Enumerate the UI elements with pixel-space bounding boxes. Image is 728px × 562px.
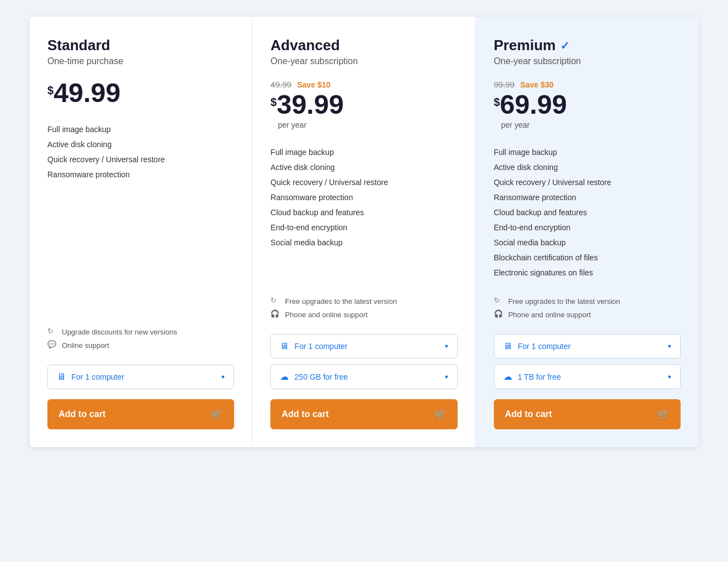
support-item: ↻ Upgrade discounts for new versions [47, 327, 234, 337]
features-list-standard: Full image backupActive disk cloningQuic… [47, 122, 234, 311]
plan-premium: Premium✓One-year subscription 99.99 Save… [476, 17, 698, 447]
chevron-down-icon: ▾ [668, 373, 671, 381]
feature-item: Blockchain certification of files [494, 250, 681, 265]
refresh-icon: ↻ [47, 327, 57, 337]
support-item: 🎧 Phone and online support [494, 309, 681, 319]
feature-item: Ransomware protection [270, 190, 457, 205]
price-amount: 39.99 [276, 91, 343, 118]
support-section-standard: ↻ Upgrade discounts for new versions 💬 O… [47, 327, 234, 353]
dropdown-monitor[interactable]: 🖥 For 1 computer ▾ [494, 334, 681, 358]
feature-item: End-to-end encryption [270, 220, 457, 235]
add-to-cart-label: Add to cart [282, 409, 328, 419]
support-text: Free upgrades to the latest version [285, 297, 397, 306]
cloud-icon: ☁ [280, 371, 289, 382]
cloud-icon: ☁ [503, 371, 512, 382]
monitor-icon: 🖥 [280, 341, 289, 351]
original-price-row: 99.99 Save $30 [494, 80, 681, 89]
price-section-advanced: 49.99 Save $10 $ 39.99 per year [270, 80, 457, 129]
feature-item: Social media backup [494, 235, 681, 250]
features-list-premium: Full image backupActive disk cloningQuic… [494, 145, 681, 280]
support-item: ↻ Free upgrades to the latest version [494, 296, 681, 306]
cart-icon: 🛒 [434, 408, 446, 420]
price-section-premium: 99.99 Save $30 $ 69.99 per year [494, 80, 681, 129]
refresh-icon: ↻ [270, 296, 280, 306]
refresh-icon: ↻ [494, 296, 504, 306]
chevron-down-icon: ▾ [668, 342, 671, 350]
dropdown-label: For 1 computer [518, 342, 662, 351]
dropdown-monitor[interactable]: 🖥 For 1 computer ▾ [270, 334, 457, 358]
plan-advanced: AdvancedOne-year subscription 49.99 Save… [253, 17, 475, 447]
original-price: 49.99 [270, 80, 292, 89]
original-price: 99.99 [494, 80, 515, 89]
support-section-premium: ↻ Free upgrades to the latest version 🎧 … [494, 296, 681, 323]
support-item: ↻ Free upgrades to the latest version [270, 296, 457, 306]
support-item: 🎧 Phone and online support [270, 309, 457, 319]
dropdown-monitor[interactable]: 🖥 For 1 computer ▾ [47, 365, 234, 389]
plan-standard: StandardOne-time purchase $ 49.99 Full i… [30, 17, 253, 447]
dropdown-label: 1 TB for free [518, 372, 662, 381]
add-to-cart-button-standard[interactable]: Add to cart 🛒 [47, 399, 234, 429]
price-amount: 69.99 [500, 91, 567, 118]
currency-symbol: $ [47, 84, 54, 97]
monitor-icon: 🖥 [57, 372, 66, 382]
headset-icon: 🎧 [270, 309, 280, 319]
support-text: Online support [62, 341, 109, 350]
feature-item: Ransomware protection [47, 167, 234, 182]
support-text: Upgrade discounts for new versions [62, 328, 177, 336]
dropdown-cloud[interactable]: ☁ 1 TB for free ▾ [494, 364, 681, 389]
feature-item: Electronic signatures on files [494, 265, 681, 280]
feature-item: Quick recovery / Universal restore [47, 152, 234, 167]
plan-subtitle-advanced: One-year subscription [270, 56, 457, 66]
currency-symbol: $ [270, 96, 276, 109]
pricing-table: StandardOne-time purchase $ 49.99 Full i… [30, 17, 698, 447]
feature-item: Full image backup [494, 145, 681, 160]
feature-item: Quick recovery / Universal restore [494, 175, 681, 190]
chevron-down-icon: ▾ [445, 342, 448, 350]
cart-icon: 🛒 [211, 408, 223, 420]
feature-item: Quick recovery / Universal restore [270, 175, 457, 190]
feature-item: Active disk cloning [494, 160, 681, 175]
price-amount: 49.99 [54, 80, 120, 106]
feature-item: Full image backup [47, 122, 234, 137]
add-to-cart-label: Add to cart [59, 409, 105, 419]
feature-item: End-to-end encryption [494, 220, 681, 235]
headset-icon: 🎧 [494, 309, 504, 319]
cart-icon: 🛒 [657, 408, 669, 420]
price-row: $ 69.99 per year [494, 91, 681, 129]
add-to-cart-label: Add to cart [505, 409, 552, 419]
support-text: Free upgrades to the latest version [508, 297, 620, 306]
plan-subtitle-premium: One-year subscription [494, 56, 681, 66]
plan-name-advanced: Advanced [270, 37, 457, 54]
support-text: Phone and online support [285, 311, 367, 319]
plan-name-premium: Premium✓ [494, 37, 681, 54]
features-list-advanced: Full image backupActive disk cloningQuic… [270, 145, 457, 280]
chevron-down-icon: ▾ [221, 373, 225, 381]
dropdown-label: For 1 computer [71, 372, 216, 381]
per-year-label: per year [501, 120, 567, 129]
plan-name-standard: Standard [47, 37, 234, 54]
support-section-advanced: ↻ Free upgrades to the latest version 🎧 … [270, 296, 457, 323]
feature-item: Active disk cloning [47, 137, 234, 152]
checkmark-icon: ✓ [560, 39, 570, 52]
save-badge: Save $30 [520, 80, 554, 89]
feature-item: Cloud backup and features [494, 205, 681, 220]
feature-item: Ransomware protection [494, 190, 681, 205]
feature-item: Full image backup [270, 145, 457, 160]
price-row: $ 39.99 per year [270, 91, 457, 129]
monitor-icon: 🖥 [503, 341, 512, 351]
feature-item: Cloud backup and features [270, 205, 457, 220]
chat-icon: 💬 [47, 340, 57, 350]
original-price-row: 49.99 Save $10 [270, 80, 457, 89]
add-to-cart-button-premium[interactable]: Add to cart 🛒 [494, 399, 681, 429]
add-to-cart-button-advanced[interactable]: Add to cart 🛒 [270, 399, 457, 429]
dropdown-cloud[interactable]: ☁ 250 GB for free ▾ [270, 364, 457, 389]
currency-symbol: $ [494, 96, 500, 109]
chevron-down-icon: ▾ [445, 373, 448, 381]
dropdown-label: 250 GB for free [294, 372, 439, 381]
price-section-standard: $ 49.99 [47, 80, 234, 106]
per-year-label: per year [278, 120, 343, 129]
dropdown-label: For 1 computer [294, 342, 439, 351]
plan-subtitle-standard: One-time purchase [47, 56, 234, 66]
price-row: $ 49.99 [47, 80, 234, 106]
feature-item: Active disk cloning [270, 160, 457, 175]
